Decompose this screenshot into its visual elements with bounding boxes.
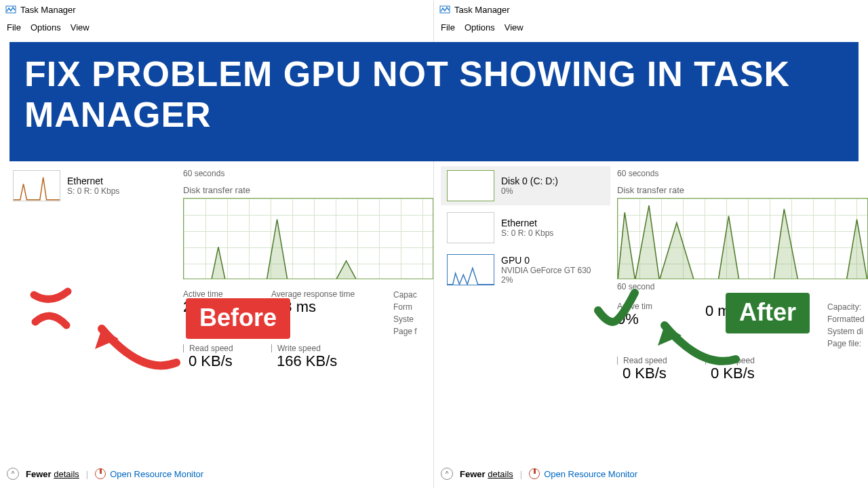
menu-view[interactable]: View [505,22,524,33]
ethernet-label: Ethernet [501,218,553,228]
fewer-details-link[interactable]: Fewer details [460,469,513,479]
sidebar-item-disk[interactable]: Disk 0 (C: D:) 0% [441,166,610,205]
arrow-before-icon [81,302,183,376]
footer: ^ Fewer details | Open Resource Monitor [434,464,868,484]
menu-options[interactable]: Options [31,22,61,33]
window-title: Task Manager [20,5,76,15]
menu-options[interactable]: Options [465,22,495,33]
disk-transfer-title: Disk transfer rate [617,185,868,195]
metric-read-speed: Read speed 0 KB/s [183,344,271,370]
sidebar-item-ethernet[interactable]: Ethernet S: 0 R: 0 Kbps [7,166,176,205]
ethernet-thumb [447,212,494,243]
ethernet-value: S: 0 R: 0 Kbps [67,186,119,196]
ethernet-thumb [13,170,60,201]
axis-60s-2: 60 second [617,282,868,291]
taskmgr-icon [5,4,16,15]
menu-file[interactable]: File [7,22,21,33]
perf-sidebar: Disk 0 (C: D:) 0% Ethernet S: 0 R: 0 Kbp… [441,166,610,292]
chevron-up-icon[interactable]: ^ [7,468,19,480]
perf-detail-pane: 60 seconds Disk transfer rate Active tim… [183,166,433,370]
separator: | [86,469,88,479]
disk-thumb [447,170,494,201]
menu-view[interactable]: View [71,22,90,33]
tag-before: Before [186,298,290,339]
perf-sidebar: Ethernet S: 0 R: 0 Kbps [7,166,176,208]
disk-label: Disk 0 (C: D:) [501,176,558,186]
window-title: Task Manager [454,5,510,15]
disk-info-list: Capacity: Formatted System di Page file: [827,302,868,348]
axis-60s: 60 seconds [617,169,868,178]
resource-monitor-icon [529,468,540,479]
taskmgr-icon [439,4,450,15]
open-resource-monitor-link[interactable]: Open Resource Monitor [95,468,203,479]
axis-60s: 60 seconds [183,169,433,178]
sidebar-item-ethernet[interactable]: Ethernet S: 0 R: 0 Kbps [441,208,610,247]
disk-transfer-chart [617,198,868,279]
fewer-details-link[interactable]: Fewer details [26,469,79,479]
menu-file[interactable]: File [441,22,455,33]
gpu-model: NVIDIA GeForce GT 630 [501,266,591,275]
resource-monitor-icon [95,468,106,479]
sidebar-item-gpu[interactable]: GPU 0 NVIDIA GeForce GT 630 2% [441,250,610,289]
gpu-value: 2% [501,275,591,285]
menubar: File Options View [434,19,868,35]
menubar: File Options View [0,19,433,35]
check-icon [593,285,640,332]
ethernet-value: S: 0 R: 0 Kbps [501,228,553,238]
metric-write-speed: Write speed 166 KB/s [271,344,393,370]
disk-transfer-chart [183,198,433,279]
disk-transfer-title: Disk transfer rate [183,185,433,195]
ethernet-label: Ethernet [67,176,119,186]
headline-banner: FIX PROBLEM GPU NOT SHOWING IN TASK MANA… [9,42,859,161]
arrow-after-icon [644,298,746,373]
disk-value: 0% [501,186,558,196]
titlebar: Task Manager [0,0,433,19]
titlebar: Task Manager [434,0,868,19]
separator: | [520,469,522,479]
footer: ^ Fewer details | Open Resource Monitor [0,464,433,484]
cross-icon [27,285,75,332]
gpu-label: GPU 0 [501,255,591,266]
chevron-up-icon[interactable]: ^ [441,468,453,480]
gpu-thumb [447,254,494,285]
open-resource-monitor-link[interactable]: Open Resource Monitor [529,468,637,479]
